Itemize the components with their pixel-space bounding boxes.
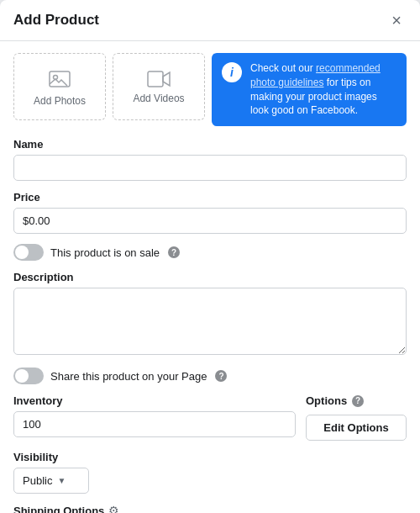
add-videos-box[interactable]: Add Videos — [113, 53, 205, 120]
inventory-col: Inventory — [13, 394, 296, 437]
name-label: Name — [13, 138, 407, 151]
options-label: Options ? — [306, 394, 407, 407]
description-label: Description — [13, 271, 407, 283]
info-icon-circle: i — [222, 62, 242, 82]
close-button[interactable]: × — [386, 10, 407, 30]
sale-help-icon[interactable]: ? — [168, 246, 180, 258]
shipping-group: Shipping Options ⚙ Any shipping option y… — [13, 504, 407, 513]
description-field-group: Description — [13, 271, 407, 357]
share-slider — [13, 368, 44, 384]
modal-title: Add Product — [13, 12, 99, 29]
sale-toggle[interactable] — [13, 244, 44, 261]
photo-icon — [48, 67, 71, 91]
add-photos-label: Add Photos — [34, 95, 86, 107]
info-text-prefix: Check out our — [250, 62, 316, 74]
media-row: Add Photos Add Videos i Check out our re… — [13, 53, 407, 126]
add-product-modal: Add Product × Add Photos Add Videos — [0, 0, 420, 513]
video-icon — [147, 70, 171, 88]
inventory-label: Inventory — [13, 394, 296, 407]
add-photos-box[interactable]: Add Photos — [13, 53, 106, 120]
inventory-input[interactable] — [13, 411, 296, 437]
inventory-options-row: Inventory Options ? Edit Options — [13, 394, 407, 441]
shipping-title: Shipping Options — [13, 505, 104, 513]
share-help-icon[interactable]: ? — [215, 370, 227, 382]
visibility-value: Public — [23, 474, 52, 487]
options-help-icon[interactable]: ? — [352, 395, 364, 407]
visibility-select[interactable]: Public ▼ — [13, 468, 89, 494]
name-field-group: Name — [13, 138, 407, 181]
edit-options-button[interactable]: Edit Options — [306, 415, 407, 441]
shipping-header: Shipping Options ⚙ — [13, 504, 407, 513]
price-field-group: Price — [13, 191, 407, 234]
visibility-group: Visibility Public ▼ — [13, 451, 407, 494]
svg-rect-2 — [148, 71, 163, 87]
sale-toggle-row: This product is on sale ? — [13, 244, 407, 261]
info-icon: i — [230, 66, 234, 79]
visibility-label: Visibility — [13, 451, 407, 463]
modal-body: Add Photos Add Videos i Check out our re… — [0, 41, 420, 513]
sale-slider — [13, 244, 44, 261]
price-input[interactable] — [13, 208, 407, 234]
share-toggle-row: Share this product on your Page ? — [13, 368, 407, 384]
share-toggle[interactable] — [13, 368, 44, 384]
modal-header: Add Product × — [0, 0, 420, 41]
description-input[interactable] — [13, 288, 407, 355]
info-text: Check out our recommended photo guidelin… — [250, 61, 396, 118]
info-box: i Check out our recommended photo guidel… — [212, 53, 407, 126]
price-label: Price — [13, 191, 407, 204]
svg-rect-0 — [50, 71, 70, 87]
sale-toggle-label: This product is on sale — [50, 246, 160, 259]
name-input[interactable] — [13, 155, 407, 181]
add-videos-label: Add Videos — [133, 93, 184, 104]
options-col: Options ? Edit Options — [306, 394, 407, 441]
share-toggle-label: Share this product on your Page — [50, 370, 207, 383]
visibility-caret-icon: ▼ — [57, 476, 66, 485]
gear-icon[interactable]: ⚙ — [108, 504, 119, 513]
